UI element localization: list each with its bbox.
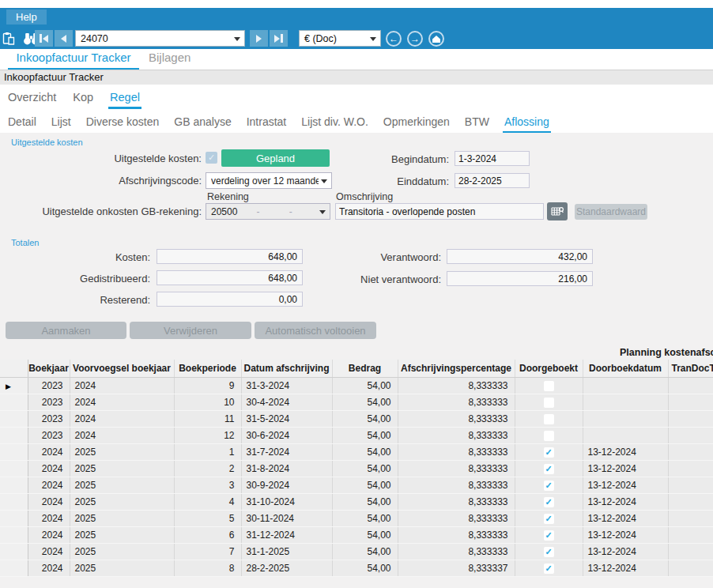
- cell-trandoc: [668, 510, 713, 526]
- cell-datum-afschrijving: 31-8-2024: [241, 460, 332, 477]
- gb-omschrijving-field[interactable]: [335, 203, 544, 220]
- cell-afschrijvingspercentage: 8,333333: [398, 377, 515, 394]
- row-selector-cell[interactable]: [0, 443, 28, 460]
- grid-row[interactable]: 202320241030-4-202454,008,333333: [0, 394, 713, 410]
- cell-bedrag: 54,00: [332, 543, 398, 560]
- doorgeboekt-checkbox[interactable]: ✓: [544, 530, 554, 541]
- begindatum-field[interactable]: [455, 151, 530, 166]
- cell-boekperiode: 8: [174, 560, 241, 576]
- einddatum-field[interactable]: [455, 173, 530, 188]
- tab-intrastat[interactable]: Intrastat: [245, 111, 289, 134]
- cell-doorboekdatum: [583, 377, 668, 394]
- tab-detail[interactable]: Detail: [6, 111, 38, 134]
- tab-lijst-div-wo[interactable]: Lijst div. W.O.: [300, 111, 370, 134]
- tab-regel[interactable]: Regel: [108, 86, 141, 109]
- grid-row[interactable]: 202320241230-6-202454,008,333333: [0, 427, 713, 443]
- current-row-pointer-icon: ▶: [6, 383, 11, 390]
- tab-diverse-kosten[interactable]: Diverse kosten: [85, 111, 161, 134]
- home-button[interactable]: [428, 31, 444, 47]
- row-selector-cell[interactable]: [0, 410, 28, 427]
- label-gb-rekening: Uitgestelde onkosten GB-rekening:: [4, 205, 202, 217]
- cell-afschrijvingspercentage: 8,333333: [398, 526, 515, 543]
- cell-doorgeboekt: ✓: [515, 477, 583, 493]
- row-selector-cell[interactable]: [0, 493, 28, 510]
- doorgeboekt-checkbox[interactable]: ✓: [544, 497, 554, 507]
- grid-column-header: Doorgeboekt: [515, 360, 583, 377]
- menu-help[interactable]: Help: [6, 9, 47, 24]
- go-previous-button[interactable]: [55, 30, 73, 47]
- row-selector-cell[interactable]: [0, 526, 28, 543]
- cell-bedrag: 54,00: [332, 560, 398, 576]
- tab-kop[interactable]: Kop: [71, 86, 95, 109]
- label-uitgestelde-kosten: Uitgestelde kosten:: [4, 153, 202, 164]
- doorgeboekt-checkbox[interactable]: ✓: [544, 481, 554, 491]
- row-selector-cell[interactable]: [0, 460, 28, 477]
- go-first-button[interactable]: [35, 30, 53, 47]
- automatisch-voltooien-button[interactable]: Automatisch voltooien: [255, 322, 376, 339]
- clipboard-paste-icon[interactable]: [2, 32, 15, 48]
- cell-boekjaar: 2024: [28, 510, 70, 526]
- row-selector-cell[interactable]: [0, 394, 28, 410]
- doorgeboekt-checkbox[interactable]: [544, 381, 554, 391]
- grid-row[interactable]: 20242025530-11-202454,008,333333✓13-12-2…: [0, 510, 713, 526]
- doorgeboekt-checkbox[interactable]: ✓: [544, 514, 554, 524]
- afschrijvingscode-dropdown[interactable]: verdeling over 12 maander: [206, 172, 332, 189]
- tab-inkoopfactuur-tracker[interactable]: Inkoopfactuur Tracker: [8, 51, 139, 71]
- cell-afschrijvingspercentage: 8,333333: [398, 460, 515, 477]
- resterend-field[interactable]: [157, 292, 303, 307]
- standaardwaarde-button[interactable]: Standaardwaard: [575, 204, 647, 220]
- row-selector-cell[interactable]: [0, 477, 28, 493]
- gb-rekening-combobox[interactable]: 20500 - -: [206, 203, 330, 220]
- grid-row[interactable]: 20242025431-10-202454,008,333333✓13-12-2…: [0, 493, 713, 510]
- grid-row[interactable]: 20242025330-9-202454,008,333333✓13-12-20…: [0, 477, 713, 493]
- doorgeboekt-checkbox[interactable]: ✓: [544, 464, 554, 474]
- tab-lijst[interactable]: Lijst: [50, 111, 73, 134]
- navigate-back-button[interactable]: ←: [386, 31, 402, 47]
- row-selector-cell[interactable]: ▶: [0, 377, 28, 394]
- grid-row[interactable]: 20242025231-8-202454,008,333333✓13-12-20…: [0, 460, 713, 477]
- grid-row[interactable]: ▶20232024931-3-202454,008,333333: [0, 377, 713, 394]
- kosten-field[interactable]: [157, 249, 303, 264]
- aanmaken-button[interactable]: Aanmaken: [6, 322, 126, 339]
- doorgeboekt-checkbox[interactable]: ✓: [544, 547, 554, 557]
- column-label-rekening: Rekening: [207, 191, 249, 202]
- niet-verantwoord-field[interactable]: [447, 271, 593, 286]
- record-combobox[interactable]: 24070: [75, 30, 245, 47]
- cell-datum-afschrijving: 31-3-2024: [241, 377, 332, 394]
- doorgeboekt-checkbox[interactable]: [544, 414, 554, 424]
- cell-voorvoegsel-boekjaar: 2024: [70, 394, 174, 410]
- go-next-button[interactable]: [250, 30, 268, 47]
- doorgeboekt-checkbox[interactable]: ✓: [544, 564, 554, 574]
- grid-row[interactable]: 20242025631-12-202454,008,333333✓13-12-2…: [0, 526, 713, 543]
- grid-column-header: TranDocT: [668, 360, 713, 377]
- doorgeboekt-checkbox[interactable]: ✓: [544, 447, 554, 458]
- tab-overzicht[interactable]: Overzicht: [6, 86, 58, 109]
- grid-row[interactable]: 20242025731-1-202554,008,333333✓13-12-20…: [0, 543, 713, 560]
- grid-row[interactable]: 202320241131-5-202454,008,333333: [0, 410, 713, 427]
- currency-combobox[interactable]: € (Doc): [299, 30, 381, 47]
- grid-row[interactable]: 20242025131-7-202454,008,333333✓13-12-20…: [0, 443, 713, 460]
- verantwoord-field[interactable]: [447, 249, 593, 264]
- doorgeboekt-checkbox[interactable]: [544, 398, 554, 408]
- record-combobox-value: 24070: [81, 33, 108, 44]
- tab-gb-analyse[interactable]: GB analyse: [172, 111, 232, 134]
- tab-opmerkingen[interactable]: Opmerkingen: [382, 111, 451, 134]
- grid-row[interactable]: 20242025828-2-202554,008,333337✓13-12-20…: [0, 560, 713, 576]
- gedistribueerd-field[interactable]: [157, 270, 303, 285]
- row-selector-cell[interactable]: [0, 560, 28, 576]
- row-selector-cell[interactable]: [0, 510, 28, 526]
- cell-trandoc: [668, 443, 713, 460]
- row-selector-cell[interactable]: [0, 427, 28, 443]
- cell-boekperiode: 6: [174, 526, 241, 543]
- tab-bijlagen[interactable]: Bijlagen: [149, 51, 191, 64]
- status-gepland-button[interactable]: Gepland: [221, 149, 330, 167]
- navigate-forward-button[interactable]: →: [407, 31, 423, 47]
- doorgeboekt-checkbox[interactable]: [544, 431, 554, 441]
- go-last-button[interactable]: [270, 30, 288, 47]
- verwijderen-button[interactable]: Verwijderen: [130, 322, 251, 339]
- account-browse-button[interactable]: [547, 202, 568, 220]
- uitgestelde-kosten-checkbox[interactable]: ✓: [206, 152, 217, 164]
- row-selector-cell[interactable]: [0, 543, 28, 560]
- tab-aflossing[interactable]: Aflossing: [503, 111, 551, 134]
- tab-btw[interactable]: BTW: [463, 111, 491, 134]
